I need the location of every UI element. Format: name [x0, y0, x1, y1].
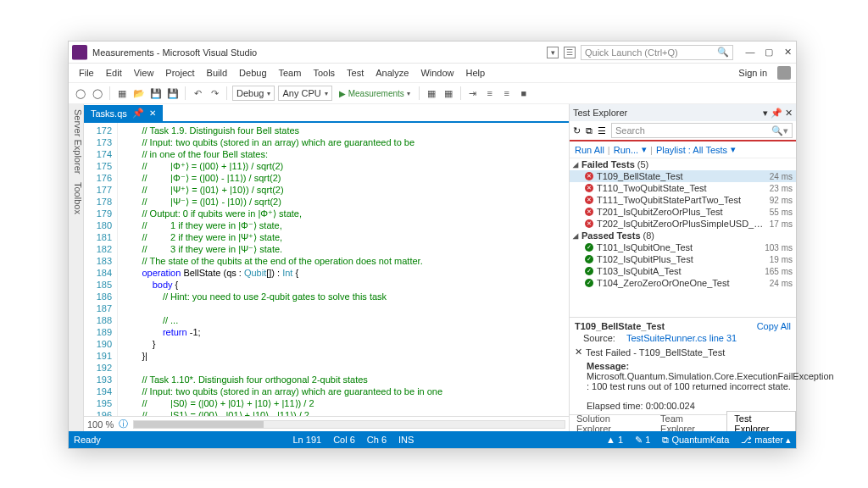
window-title: Measurements - Microsoft Visual Studio	[92, 47, 257, 58]
menu-tools[interactable]: Tools	[308, 66, 340, 80]
status-ln: Ln 191	[292, 435, 321, 445]
comment-icon[interactable]: ≡	[483, 86, 497, 100]
status-bar: Ready Ln 191 Col 6 Ch 6 INS ▲ 1 ✎ 1 ⧉ Qu…	[69, 431, 796, 448]
editor-tab-tasks[interactable]: Tasks.qs 📌 ✕	[84, 105, 163, 121]
status-ready: Ready	[74, 435, 101, 445]
step-icon[interactable]: ⇥	[466, 86, 480, 100]
fail-summary: Test Failed - T109_BellState_Test	[586, 347, 725, 358]
quick-launch-input[interactable]: Quick Launch (Ctrl+Q)🔍	[581, 45, 733, 60]
fail-message: Microsoft.Quantum.Simulation.Core.Execut…	[587, 371, 834, 391]
editor-pane: Tasks.qs 📌 ✕ 172173174175176177178179180…	[84, 104, 569, 431]
close-tab-icon[interactable]: ✕	[149, 108, 156, 118]
menu-edit[interactable]: Edit	[101, 66, 127, 80]
code-editor[interactable]: 1721731741751761771781791801811821831841…	[84, 123, 569, 416]
uncomment-icon[interactable]: ≡	[500, 86, 514, 100]
menu-help[interactable]: Help	[461, 66, 491, 80]
editor-tab-strip: Tasks.qs 📌 ✕	[84, 104, 569, 123]
test-item[interactable]: ✓T103_IsQubitA_Test165 ms	[570, 265, 796, 277]
status-repo[interactable]: ⧉ QuantumKata	[662, 435, 729, 446]
test-item[interactable]: ✓T102_IsQubitPlus_Test19 ms	[570, 253, 796, 265]
toolbar-icon-2[interactable]: ▦	[442, 86, 455, 100]
vs-logo-icon	[72, 45, 87, 60]
left-tool-strip: Server Explorer Toolbox	[69, 104, 84, 431]
editor-tab-label: Tasks.qs	[91, 108, 127, 119]
menu-view[interactable]: View	[129, 66, 159, 80]
source-link[interactable]: TestSuiteRunner.cs line 31	[618, 333, 737, 343]
menu-test[interactable]: Test	[342, 66, 369, 80]
refresh-icon[interactable]: ↻	[573, 125, 581, 136]
redo-icon[interactable]: ↷	[208, 86, 221, 100]
pin-icon[interactable]: 📌	[132, 108, 144, 119]
test-item[interactable]: ✕T109_BellState_Test24 ms	[570, 170, 796, 182]
vs-window: Measurements - Microsoft Visual Studio ▾…	[68, 41, 797, 449]
test-explorer-header: Test Explorer ▾ 📌 ✕	[570, 104, 796, 121]
toolbar-icon-1[interactable]: ▦	[425, 86, 438, 100]
avatar-icon[interactable]	[777, 66, 791, 80]
nav-back-icon[interactable]: ◯	[74, 86, 87, 100]
test-detail-pane: T109_BellState_Test Copy All Source: Tes…	[570, 317, 796, 414]
menu-debug[interactable]: Debug	[234, 66, 271, 80]
elapsed-time: Elapsed time: 0:00:00.024	[587, 401, 695, 411]
maximize-button[interactable]: ▢	[764, 47, 774, 58]
new-project-icon[interactable]: ▦	[115, 86, 129, 100]
test-search-input[interactable]: Search🔍▾	[611, 123, 793, 138]
open-file-icon[interactable]: 📂	[132, 86, 146, 100]
run-all-link[interactable]: Run All	[575, 145, 604, 155]
copy-all-link[interactable]: Copy All	[757, 321, 791, 331]
passed-tests-group[interactable]: Passed Tests (8)	[570, 230, 796, 241]
server-explorer-tab[interactable]: Server Explorer	[69, 109, 83, 174]
filter-icon[interactable]: ☰	[598, 125, 606, 136]
menu-window[interactable]: Window	[415, 66, 459, 80]
zoom-level[interactable]: 100 %	[87, 419, 114, 430]
code-content[interactable]: // Task 1.9. Distinguish four Bell state…	[118, 123, 569, 416]
group-icon[interactable]: ⧉	[586, 125, 593, 136]
menu-project[interactable]: Project	[160, 66, 199, 80]
config-dropdown[interactable]: Debug	[232, 86, 275, 101]
test-item[interactable]: ✕T111_TwoQubitStatePartTwo_Test92 ms	[570, 194, 796, 206]
status-ins: INS	[398, 435, 414, 445]
status-col: Col 6	[333, 435, 355, 445]
test-item[interactable]: ✕T110_TwoQubitState_Test23 ms	[570, 182, 796, 194]
menu-analyze[interactable]: Analyze	[370, 66, 414, 80]
playlist-link[interactable]: Playlist : All Tests	[656, 145, 727, 155]
menu-file[interactable]: File	[74, 66, 99, 80]
close-button[interactable]: ✕	[782, 47, 793, 58]
run-link[interactable]: Run...	[614, 145, 638, 155]
test-item[interactable]: ✕T201_IsQubitZeroOrPlus_Test55 ms	[570, 206, 796, 218]
detail-test-name: T109_BellState_Test	[575, 321, 665, 331]
test-explorer-panel: Test Explorer ▾ 📌 ✕ ↻ ⧉ ☰ Search🔍▾ Run A…	[569, 104, 796, 431]
info-icon[interactable]: ⓘ	[119, 418, 128, 430]
horizontal-scrollbar[interactable]	[133, 420, 565, 429]
save-all-icon[interactable]: 💾	[166, 86, 180, 100]
menu-build[interactable]: Build	[202, 66, 232, 80]
test-explorer-toolbar: ↻ ⧉ ☰ Search🔍▾	[570, 121, 796, 141]
main-toolbar: ◯ ◯ ▦ 📂 💾 💾 ↶ ↷ Debug Any CPU Measuremen…	[69, 82, 796, 104]
pin-panel-icon[interactable]: ▾ 📌 ✕	[763, 108, 793, 119]
notifications-icon[interactable]: ▾	[547, 47, 559, 58]
test-item[interactable]: ✓T104_ZeroZeroOrOneOne_Test24 ms	[570, 277, 796, 289]
save-icon[interactable]: 💾	[149, 86, 163, 100]
test-run-links: Run All | Run...▾ | Playlist : All Tests…	[570, 141, 796, 158]
toolbox-tab[interactable]: Toolbox	[69, 182, 83, 214]
title-bar: Measurements - Microsoft Visual Studio ▾…	[69, 42, 796, 64]
status-branch[interactable]: ⎇ master ▴	[741, 435, 791, 446]
test-item[interactable]: ✓T101_IsQubitOne_Test103 ms	[570, 241, 796, 253]
nav-fwd-icon[interactable]: ◯	[91, 86, 104, 100]
minimize-button[interactable]: —	[745, 47, 755, 58]
failed-tests-group[interactable]: Failed Tests (5)	[570, 158, 796, 170]
bookmark-icon[interactable]: ■	[517, 86, 531, 100]
test-item[interactable]: ✕T202_IsQubitZeroOrPlusSimpleUSD_Test17 …	[570, 218, 796, 230]
status-edit[interactable]: ✎ 1	[635, 435, 650, 446]
status-ch: Ch 6	[367, 435, 387, 445]
undo-icon[interactable]: ↶	[191, 86, 204, 100]
menu-bar: File Edit View Project Build Debug Team …	[69, 64, 796, 82]
sign-in-link[interactable]: Sign in	[733, 66, 772, 80]
status-add[interactable]: ▲ 1	[606, 435, 623, 445]
feedback-icon[interactable]: ☰	[564, 47, 576, 58]
start-debug-button[interactable]: Measurements	[336, 86, 414, 101]
line-number-gutter: 1721731741751761771781791801811821831841…	[84, 123, 118, 416]
menu-team[interactable]: Team	[274, 66, 307, 80]
test-tree: Failed Tests (5) ✕T109_BellState_Test24 …	[570, 158, 796, 317]
fail-icon: ✕	[575, 347, 582, 358]
platform-dropdown[interactable]: Any CPU	[278, 86, 331, 101]
